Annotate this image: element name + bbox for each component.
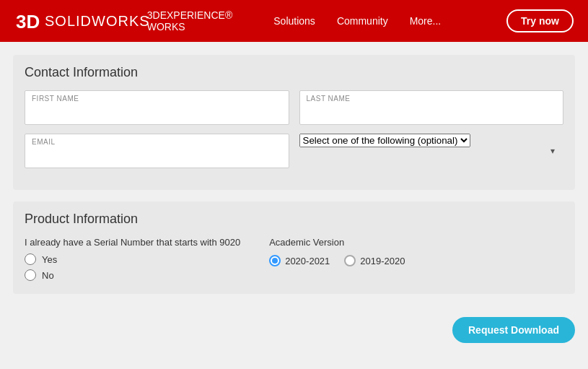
academic-2020-2021-text: 2020-2021 bbox=[285, 256, 330, 266]
radio-dot bbox=[272, 258, 278, 264]
last-name-group: LAST NAME bbox=[299, 90, 564, 125]
academic-version-group: Academic Version 2020-2021 2019-2020 bbox=[269, 237, 563, 281]
email-input[interactable] bbox=[25, 134, 289, 168]
nav-solutions[interactable]: Solutions bbox=[273, 15, 315, 27]
logo-text: SOLIDWORKS bbox=[45, 13, 150, 30]
svg-text:3DS: 3DS bbox=[16, 11, 40, 32]
name-row: FIRST NAME LAST NAME bbox=[25, 90, 563, 125]
first-name-group: FIRST NAME bbox=[25, 90, 289, 125]
optional-dropdown[interactable]: Select one of the following (optional) bbox=[299, 134, 470, 147]
contact-information-section: Contact Information FIRST NAME LAST NAME… bbox=[13, 55, 575, 190]
main-content: Contact Information FIRST NAME LAST NAME… bbox=[0, 42, 588, 307]
product-information-section: Product Information I already have a Ser… bbox=[13, 201, 575, 294]
nav-community[interactable]: Community bbox=[337, 15, 388, 27]
radio-2020-2021-filled-icon bbox=[269, 255, 281, 266]
no-label: No bbox=[42, 270, 54, 281]
academic-version-label: Academic Version bbox=[269, 237, 563, 248]
footer-actions: Request Download bbox=[0, 307, 588, 343]
logo: 3DS SOLIDWORKS bbox=[14, 8, 150, 34]
academic-2020-2021-label[interactable]: 2020-2021 bbox=[269, 255, 330, 266]
chevron-down-icon: ▾ bbox=[550, 146, 555, 156]
serial-question-text: I already have a Serial Number that star… bbox=[25, 237, 240, 248]
dropdown-group: Select one of the following (optional) ▾ bbox=[299, 134, 564, 168]
request-download-button[interactable]: Request Download bbox=[452, 317, 575, 343]
site-header: 3DS SOLIDWORKS 3DEXPERIENCE® WORKS Solut… bbox=[0, 0, 588, 42]
yes-label: Yes bbox=[42, 254, 57, 265]
nav-more[interactable]: More... bbox=[410, 15, 442, 27]
yes-no-radio-group: Yes No bbox=[25, 253, 240, 281]
academic-options-row: 2020-2021 2019-2020 bbox=[269, 255, 563, 266]
email-group: EMAIL bbox=[25, 134, 289, 168]
radio-2019-2020-empty-icon bbox=[344, 255, 356, 266]
email-row: EMAIL Select one of the following (optio… bbox=[25, 134, 563, 168]
logo-solid: SOLID bbox=[45, 13, 92, 29]
try-now-button[interactable]: Try now bbox=[506, 9, 574, 32]
yes-radio-input[interactable] bbox=[25, 253, 36, 265]
product-section-title: Product Information bbox=[25, 212, 563, 227]
serial-number-group: I already have a Serial Number that star… bbox=[25, 237, 240, 281]
solidworks-logo-icon: 3DS bbox=[14, 8, 40, 34]
main-nav: 3DEXPERIENCE® WORKS Solutions Community … bbox=[147, 9, 442, 32]
logo-works: WORKS bbox=[92, 13, 150, 29]
last-name-input[interactable] bbox=[299, 90, 564, 125]
no-radio-input[interactable] bbox=[25, 269, 36, 281]
contact-section-title: Contact Information bbox=[25, 65, 563, 80]
nav-3dexperience[interactable]: 3DEXPERIENCE® WORKS bbox=[147, 9, 253, 32]
first-name-input[interactable] bbox=[25, 90, 289, 125]
academic-2019-2020-text: 2019-2020 bbox=[360, 256, 405, 266]
no-radio-label[interactable]: No bbox=[25, 269, 240, 281]
yes-radio-label[interactable]: Yes bbox=[25, 253, 240, 265]
academic-2019-2020-label[interactable]: 2019-2020 bbox=[344, 255, 405, 266]
product-options-row: I already have a Serial Number that star… bbox=[25, 237, 563, 281]
